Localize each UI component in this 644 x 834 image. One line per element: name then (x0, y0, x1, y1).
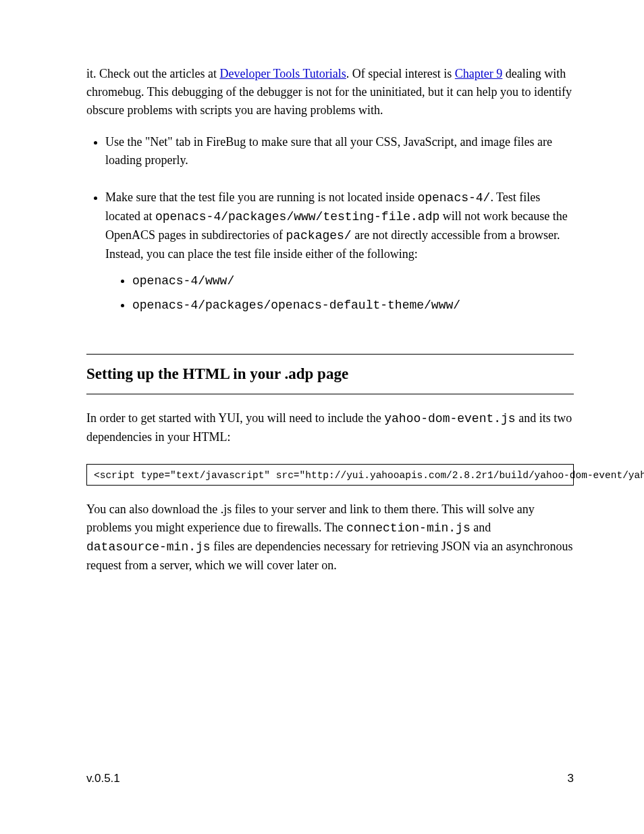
list-item: openacs-4/www/ (132, 271, 574, 290)
bullet-1-text: Use the "Net" tab in FireBug to make sur… (105, 135, 552, 167)
code-snippet-box: <script type="text/javascript" src="http… (86, 464, 574, 486)
setup-paragraph-1: In order to get started with YUI, you wi… (86, 409, 574, 446)
intro-pre: it. Check out the articles at (86, 67, 219, 80)
section-heading: Setting up the HTML in your .adp page (86, 365, 574, 383)
sub-item-1: openacs-4/www/ (132, 274, 234, 288)
list-item: openacs-4/packages/openacs-default-theme… (132, 296, 574, 315)
bullet-2-prefix: Make sure that the test file you are run… (105, 190, 417, 204)
page-footer: v.0.5.1 3 (86, 772, 574, 785)
bullet-2-code1: openacs-4/ (417, 191, 490, 205)
sub-list: openacs-4/www/ openacs-4/packages/openac… (105, 271, 574, 315)
bullet-2-code2: openacs-4/packages/www/testing-file.adp (155, 210, 439, 224)
footer-page-number: 3 (568, 772, 574, 785)
link-developer-tools-tutorials[interactable]: Developer Tools Tutorials (219, 67, 346, 80)
divider-top (86, 354, 574, 355)
p2-code2: datasource-min.js (86, 540, 211, 554)
p1-code: yahoo-dom-event.js (384, 412, 515, 425)
intro-paragraph: it. Check out the articles at Developer … (86, 65, 574, 120)
divider-bottom (86, 394, 574, 394)
list-item: Use the "Net" tab in FireBug to make sur… (105, 133, 574, 170)
sub-item-2: openacs-4/packages/openacs-default-theme… (132, 298, 460, 312)
footer-version: v.0.5.1 (86, 772, 120, 785)
setup-paragraph-2: You can also download the .js files to y… (86, 500, 574, 575)
bullet-2-code3: packages/ (286, 229, 351, 242)
link-chapter-9[interactable]: Chapter 9 (455, 67, 502, 80)
tips-list: Use the "Net" tab in FireBug to make sur… (86, 133, 574, 315)
code-snippet-line: <script type="text/javascript" src="http… (94, 470, 644, 481)
p2-mid: and (471, 521, 491, 534)
list-item: Make sure that the test file you are run… (105, 188, 574, 315)
p2-code1: connection-min.js (346, 521, 471, 535)
intro-mid: . Of special interest is (346, 67, 455, 80)
p1-pre: In order to get started with YUI, you wi… (86, 411, 384, 425)
